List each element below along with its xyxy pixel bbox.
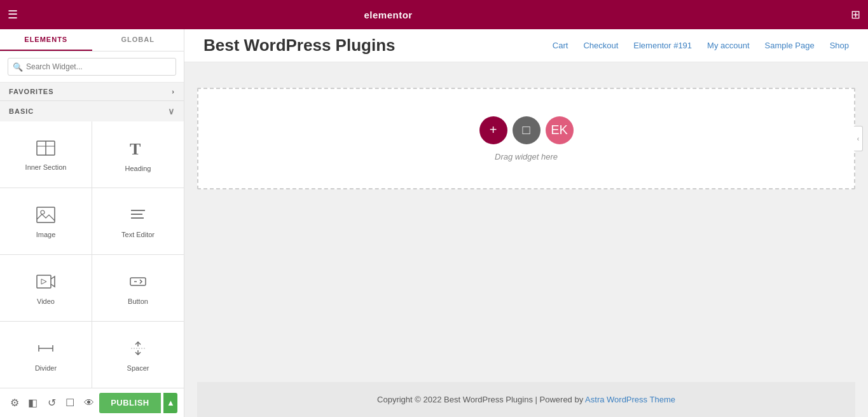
publish-arrow-button[interactable]: ▲ <box>163 393 177 413</box>
divider-icon <box>36 340 55 359</box>
nav-my-account[interactable]: My account <box>707 41 749 50</box>
drop-zone-label: Drag widget here <box>495 152 558 161</box>
nav-shop[interactable]: Shop <box>830 41 849 50</box>
widget-inner-section-label: Inner Section <box>25 163 67 171</box>
widget-heading[interactable]: T Heading <box>92 121 184 188</box>
widget-heading-label: Heading <box>125 165 151 172</box>
inner-section-icon <box>36 140 55 158</box>
sidebar-search-area: 🔍 <box>0 51 184 83</box>
footer-text-before: Copyright © 2022 Best WordPress Plugins … <box>377 395 585 404</box>
drop-zone[interactable]: + □ EK Drag widget here ‹ <box>197 88 855 189</box>
history-button[interactable]: ↺ <box>43 393 59 413</box>
widget-image[interactable]: Image <box>0 188 92 254</box>
nav-cart[interactable]: Cart <box>553 41 568 50</box>
widget-spacer[interactable]: Spacer <box>92 322 184 388</box>
ek-button[interactable]: EK <box>546 116 574 144</box>
page-canvas: + □ EK Drag widget here ‹ Copyright © 20… <box>184 62 868 417</box>
image-icon <box>36 207 55 226</box>
tab-elements[interactable]: ELEMENTS <box>0 29 92 51</box>
nav-sample-page[interactable]: Sample Page <box>765 41 815 50</box>
layers-icon: ◧ <box>28 397 38 409</box>
svg-text:T: T <box>130 140 141 157</box>
publish-button[interactable]: PUBLISH <box>99 393 161 413</box>
widget-divider[interactable]: Divider <box>0 322 92 388</box>
add-widget-button[interactable]: + <box>479 116 507 144</box>
search-icon: 🔍 <box>13 62 23 72</box>
history-icon: ↺ <box>48 397 56 409</box>
sidebar: ELEMENTS GLOBAL 🔍 FAVORITES › BASIC ∨ <box>0 29 184 417</box>
favorites-label: FAVORITES <box>9 88 54 95</box>
template-button[interactable]: □ <box>513 116 541 144</box>
widget-button-label: Button <box>128 297 148 305</box>
svg-marker-10 <box>41 279 46 284</box>
sidebar-tabs: ELEMENTS GLOBAL <box>0 29 184 51</box>
elementor-logo: elementor <box>364 10 413 20</box>
svg-rect-4 <box>37 207 55 222</box>
eye-icon: 👁 <box>84 397 94 409</box>
widget-video[interactable]: Video <box>0 255 92 321</box>
settings-icon: ⚙ <box>10 397 19 409</box>
favorites-chevron-icon: › <box>172 88 175 95</box>
search-input[interactable] <box>8 58 176 76</box>
heading-icon: T <box>128 139 148 160</box>
widget-grid: Inner Section T Heading <box>0 121 184 388</box>
content-area: Best WordPress Plugins Cart Checkout Ele… <box>184 29 868 417</box>
hide-button[interactable]: 👁 <box>81 393 97 413</box>
bottom-toolbar: ⚙ ◧ ↺ ☐ 👁 PUBLISH ▲ <box>0 388 184 417</box>
hamburger-menu-icon[interactable]: ☰ <box>8 8 18 22</box>
widget-image-label: Image <box>36 231 56 238</box>
video-icon <box>36 273 55 292</box>
widget-text-editor[interactable]: Text Editor <box>92 188 184 254</box>
widget-divider-label: Divider <box>35 364 57 372</box>
grid-icon[interactable]: ⊞ <box>851 8 860 22</box>
widget-text-editor-label: Text Editor <box>121 231 155 238</box>
svg-rect-9 <box>37 275 51 288</box>
spacer-icon <box>128 340 148 359</box>
nav-elementor191[interactable]: Elementor #191 <box>633 41 692 50</box>
site-footer: Copyright © 2022 Best WordPress Plugins … <box>197 382 855 417</box>
responsive-button[interactable]: ☐ <box>62 393 78 413</box>
collapse-handle[interactable]: ‹ <box>854 126 863 151</box>
layers-button[interactable]: ◧ <box>25 393 41 413</box>
chevron-up-icon: ▲ <box>167 398 175 407</box>
svg-rect-11 <box>130 278 146 285</box>
svg-point-5 <box>41 210 45 214</box>
widget-inner-section[interactable]: Inner Section <box>0 121 92 188</box>
text-editor-icon <box>128 207 148 226</box>
basic-label: BASIC <box>9 107 34 115</box>
favorites-section-header[interactable]: FAVORITES › <box>0 83 184 101</box>
responsive-icon: ☐ <box>65 397 74 409</box>
nav-checkout[interactable]: Checkout <box>583 41 618 50</box>
drop-zone-buttons: + □ EK <box>479 116 574 144</box>
button-icon <box>128 273 148 292</box>
settings-button[interactable]: ⚙ <box>6 393 22 413</box>
basic-chevron-icon: ∨ <box>168 106 175 116</box>
main-layout: ELEMENTS GLOBAL 🔍 FAVORITES › BASIC ∨ <box>0 29 868 417</box>
tab-global[interactable]: GLOBAL <box>92 29 184 51</box>
site-nav: Cart Checkout Elementor #191 My account … <box>553 41 849 50</box>
site-title: Best WordPress Plugins <box>203 36 396 55</box>
widget-video-label: Video <box>37 297 55 305</box>
footer-astra-link[interactable]: Astra WordPress Theme <box>585 395 675 404</box>
site-header: Best WordPress Plugins Cart Checkout Ele… <box>184 29 868 62</box>
widget-spacer-label: Spacer <box>127 364 149 372</box>
basic-section-header[interactable]: BASIC ∨ <box>0 101 184 121</box>
widget-button[interactable]: Button <box>92 255 184 321</box>
top-bar: ☰ elementor ⊞ <box>0 0 868 29</box>
